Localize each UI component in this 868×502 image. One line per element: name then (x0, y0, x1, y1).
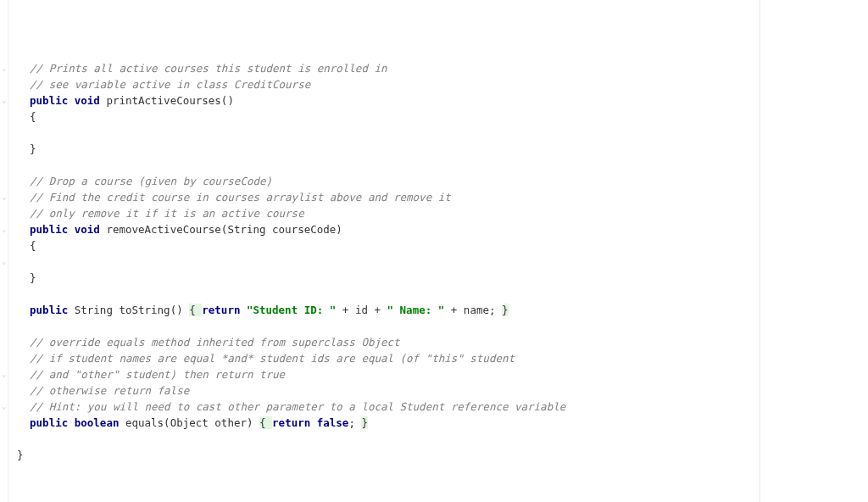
gutter: ⌄⌄⌄⌄⌄⌄⌄ (0, 0, 8, 502)
fold-handle-icon[interactable]: ⌄ (0, 399, 8, 415)
code-content[interactable]: // Prints all active courses this studen… (8, 0, 868, 502)
code-line[interactable]: // if student names are equal *and* stud… (17, 350, 868, 366)
right-margin-line (760, 0, 760, 502)
fold-handle-icon[interactable]: ⌄ (0, 366, 8, 382)
code-line[interactable]: // Drop a course (given by courseCode) (17, 173, 868, 189)
code-line[interactable]: { (17, 109, 868, 125)
code-line[interactable]: // override equals method inherited from… (17, 334, 868, 350)
code-line[interactable]: // Hint: you will need to cast other par… (17, 399, 868, 415)
code-line[interactable]: // Prints all active courses this studen… (17, 60, 868, 76)
code-line[interactable] (17, 431, 868, 447)
code-line[interactable] (17, 125, 868, 141)
code-line[interactable]: // Find the credit course in courses arr… (17, 189, 868, 205)
code-editor[interactable]: ⌄⌄⌄⌄⌄⌄⌄ // Prints all active courses thi… (0, 0, 868, 502)
code-line[interactable]: // and "other" student) then return true (17, 366, 868, 382)
fold-handle-icon[interactable]: ⌄ (0, 189, 8, 205)
code-line[interactable]: } (17, 270, 868, 286)
code-line[interactable] (17, 318, 868, 334)
fold-handle-icon[interactable]: ⌄ (0, 254, 8, 270)
code-line[interactable]: } (17, 141, 868, 157)
fold-handle-icon[interactable]: ⌄ (0, 92, 8, 109)
code-line[interactable]: // otherwise return false (17, 382, 868, 399)
code-line[interactable]: { (17, 237, 868, 254)
code-line[interactable]: public void removeActiveCourse(String co… (17, 221, 868, 237)
code-line[interactable]: public void printActiveCourses() (17, 92, 868, 109)
code-line[interactable] (17, 254, 868, 270)
fold-handle-icon[interactable]: ⌄ (0, 221, 8, 237)
code-line[interactable] (17, 286, 868, 302)
code-line[interactable]: public boolean equals(Object other) { re… (17, 415, 868, 431)
code-line[interactable]: // see variable active in class CreditCo… (17, 76, 868, 92)
code-line[interactable]: } (17, 447, 868, 463)
code-line[interactable] (17, 157, 868, 173)
fold-handle-icon[interactable]: ⌄ (0, 60, 8, 76)
code-line[interactable]: // only remove it if it is an active cou… (17, 205, 868, 221)
code-line[interactable]: public String toString() { return "Stude… (17, 302, 868, 318)
